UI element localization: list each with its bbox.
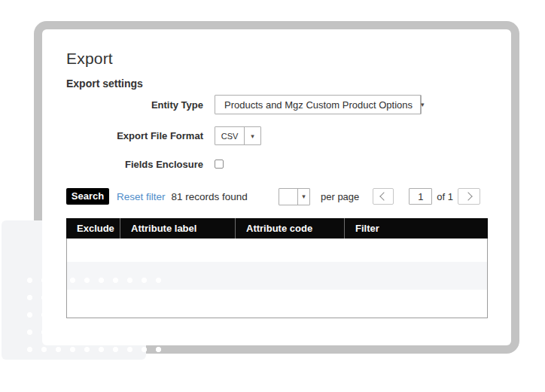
section-title: Export settings	[66, 77, 143, 90]
file-format-label: Export File Format	[42, 130, 203, 141]
grid-header-row: Exclude Attribute label Attribute code F…	[66, 218, 488, 239]
next-page-button[interactable]	[458, 188, 480, 205]
chevron-right-icon	[464, 192, 472, 200]
per-page-value	[279, 189, 297, 205]
chevron-left-icon	[380, 192, 388, 200]
chevron-down-icon: ▾	[244, 127, 260, 144]
reset-filter-link[interactable]: Reset filter	[117, 191, 166, 202]
pagination: ▾ per page of 1	[279, 188, 480, 205]
per-page-label: per page	[321, 191, 359, 202]
entity-type-value: Products and Mgz Custom Product Options	[215, 96, 420, 114]
table-row	[67, 290, 487, 318]
page-background: Export Export settings Entity Type Produ…	[0, 0, 545, 392]
export-card: Export Export settings Entity Type Produ…	[42, 29, 511, 345]
fields-enclosure-row: Fields Enclosure	[42, 157, 224, 171]
attributes-grid: Exclude Attribute label Attribute code F…	[66, 218, 488, 318]
grid-toolbar: Search Reset filter 81 records found ▾ p…	[66, 187, 488, 205]
fields-enclosure-checkbox[interactable]	[215, 160, 224, 169]
file-format-value: CSV	[215, 127, 244, 144]
file-format-select[interactable]: CSV ▾	[215, 126, 261, 145]
records-found-text: 81 records found	[172, 191, 248, 202]
column-header-attribute-label[interactable]: Attribute label	[120, 218, 235, 239]
entity-type-select[interactable]: Products and Mgz Custom Product Options …	[215, 95, 422, 114]
entity-type-label: Entity Type	[42, 99, 203, 111]
fields-enclosure-label: Fields Enclosure	[42, 159, 203, 170]
page-title: Export	[66, 50, 113, 67]
per-page-select[interactable]: ▾	[279, 188, 310, 205]
entity-type-row: Entity Type Products and Mgz Custom Prod…	[42, 95, 422, 114]
page-count-text: of 1	[437, 191, 453, 202]
table-row	[67, 239, 487, 262]
previous-page-button[interactable]	[373, 188, 394, 205]
grid-body	[66, 239, 488, 318]
file-format-row: Export File Format CSV ▾	[42, 126, 261, 145]
column-header-filter[interactable]: Filter	[344, 218, 488, 239]
chevron-down-icon: ▾	[297, 189, 309, 205]
search-button[interactable]: Search	[66, 188, 109, 205]
page-number-input[interactable]	[409, 188, 432, 205]
column-header-attribute-code[interactable]: Attribute code	[235, 218, 344, 239]
chevron-down-icon: ▾	[420, 96, 425, 114]
column-header-exclude[interactable]: Exclude	[66, 218, 120, 239]
table-row	[67, 262, 487, 290]
